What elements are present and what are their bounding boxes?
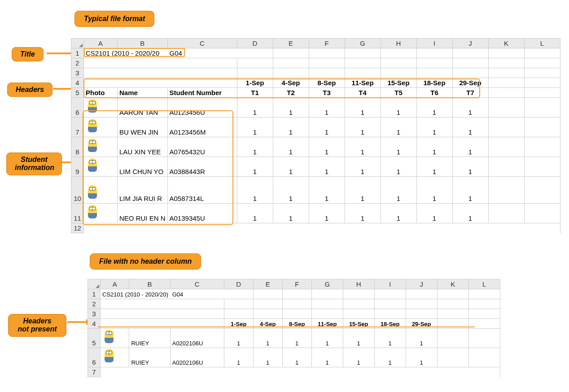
cell[interactable] <box>118 78 168 88</box>
cell[interactable] <box>488 68 524 78</box>
cell-photo[interactable] <box>84 98 118 118</box>
cell-header-t[interactable]: T7 <box>452 88 488 98</box>
col-header[interactable]: D <box>224 279 253 289</box>
cell-attendance[interactable]: 1 <box>381 137 416 157</box>
col-header[interactable]: L <box>468 279 500 289</box>
cell[interactable] <box>224 299 253 309</box>
row-header[interactable]: 2 <box>71 58 84 68</box>
col-header[interactable]: G <box>345 39 381 48</box>
cell-attendance[interactable]: 1 <box>452 137 488 157</box>
col-header[interactable]: C <box>170 279 224 289</box>
cell-attendance[interactable]: 1 <box>345 204 381 223</box>
cell[interactable] <box>416 58 452 68</box>
cell-header-t[interactable]: T6 <box>416 88 452 98</box>
select-all-corner[interactable] <box>71 39 84 48</box>
cell-attendance[interactable]: 1 <box>309 177 345 204</box>
cell-attendance[interactable]: 1 <box>273 98 309 118</box>
cell-title[interactable]: CS2101 (2010 - 2020/20 <box>84 48 168 58</box>
cell[interactable] <box>282 289 311 299</box>
cell[interactable] <box>488 48 524 58</box>
cell-attendance[interactable]: 1 <box>237 204 273 223</box>
row-header[interactable]: 1 <box>88 289 101 299</box>
cell[interactable] <box>468 309 500 319</box>
cell-attendance[interactable]: 1 <box>237 157 273 177</box>
cell[interactable] <box>437 289 468 299</box>
row-header[interactable]: 9 <box>71 157 84 177</box>
cell-attendance[interactable]: 1 <box>345 118 381 137</box>
cell[interactable] <box>282 309 311 319</box>
cell[interactable] <box>101 299 129 309</box>
cell[interactable] <box>524 78 560 88</box>
cell[interactable] <box>374 289 406 299</box>
cell-attendance[interactable]: 1 <box>381 177 416 204</box>
cell[interactable] <box>84 58 118 68</box>
cell-attendance[interactable]: 1 <box>374 329 406 348</box>
cell[interactable] <box>309 58 345 68</box>
col-header[interactable]: F <box>282 279 311 289</box>
row-header[interactable]: 3 <box>71 68 84 78</box>
cell-name[interactable]: RUIEY <box>129 329 170 348</box>
row-header[interactable]: 1 <box>71 48 84 58</box>
cell[interactable] <box>416 68 452 78</box>
cell-attendance[interactable]: 1 <box>273 157 309 177</box>
cell-date[interactable]: 18-Sep <box>374 319 406 329</box>
cell-date[interactable]: 11-Sep <box>345 78 381 88</box>
cell[interactable] <box>237 58 273 68</box>
col-header[interactable]: D <box>237 39 273 48</box>
cell[interactable] <box>488 157 524 177</box>
cell-attendance[interactable]: 1 <box>273 118 309 137</box>
cell-student-number[interactable]: A0388443R <box>167 157 237 177</box>
cell-attendance[interactable]: 1 <box>311 348 343 367</box>
cell-header-t[interactable]: T5 <box>381 88 416 98</box>
cell[interactable] <box>311 299 343 309</box>
cell-header-t[interactable]: T4 <box>345 88 381 98</box>
cell-attendance[interactable]: 1 <box>416 204 452 223</box>
cell-photo[interactable] <box>101 329 129 348</box>
cell[interactable] <box>416 48 452 58</box>
cell[interactable] <box>84 223 118 233</box>
cell-student-number[interactable]: A0202106U <box>170 329 224 348</box>
cell-date[interactable]: 15-Sep <box>343 319 374 329</box>
cell-attendance[interactable]: 1 <box>282 348 311 367</box>
cell[interactable] <box>488 98 524 118</box>
cell[interactable] <box>345 48 381 58</box>
cell-attendance[interactable]: 1 <box>452 118 488 137</box>
cell[interactable] <box>129 299 170 309</box>
row-header[interactable]: 4 <box>71 78 84 88</box>
cell[interactable] <box>129 309 170 319</box>
cell-attendance[interactable]: 1 <box>416 157 452 177</box>
cell[interactable] <box>488 118 524 137</box>
cell[interactable] <box>468 329 500 348</box>
cell-attendance[interactable]: 1 <box>343 348 374 367</box>
cell[interactable] <box>468 367 500 377</box>
cell[interactable] <box>381 48 416 58</box>
col-header[interactable]: J <box>406 279 437 289</box>
cell-attendance[interactable]: 1 <box>452 177 488 204</box>
cell[interactable] <box>524 118 560 137</box>
cell-date[interactable]: 4-Sep <box>253 319 282 329</box>
cell-attendance[interactable]: 1 <box>416 118 452 137</box>
cell-attendance[interactable]: 1 <box>381 204 416 223</box>
cell-name[interactable]: LIM JIA RUI R <box>118 177 168 204</box>
cell-name[interactable]: BU WEN JIN <box>118 118 168 137</box>
col-header[interactable]: H <box>343 279 374 289</box>
cell[interactable] <box>170 309 224 319</box>
cell-header-sn[interactable]: Student Number <box>167 88 237 98</box>
cell[interactable] <box>118 58 168 68</box>
cell[interactable] <box>167 68 237 78</box>
row-header[interactable]: 11 <box>71 204 84 223</box>
col-header[interactable]: A <box>84 39 118 48</box>
cell-attendance[interactable]: 1 <box>309 137 345 157</box>
cell-attendance[interactable]: 1 <box>237 98 273 118</box>
cell-header-t[interactable]: T2 <box>273 88 309 98</box>
cell-attendance[interactable]: 1 <box>452 204 488 223</box>
cell[interactable] <box>101 319 129 329</box>
cell[interactable] <box>170 299 224 309</box>
cell-attendance[interactable]: 1 <box>416 98 452 118</box>
cell[interactable] <box>468 348 500 367</box>
cell[interactable] <box>437 309 468 319</box>
cell-attendance[interactable]: 1 <box>452 98 488 118</box>
cell-name[interactable]: LAU XIN YEE <box>118 137 168 157</box>
cell-date[interactable]: 15-Sep <box>381 78 416 88</box>
cell-date[interactable]: 8-Sep <box>282 319 311 329</box>
